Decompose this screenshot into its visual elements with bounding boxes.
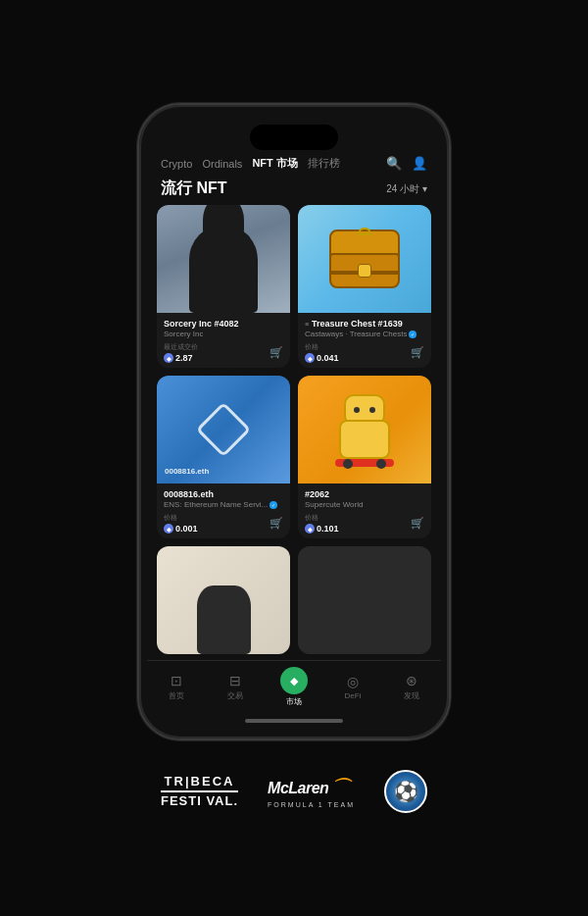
home-indicator <box>245 719 343 723</box>
cute-skateboard <box>335 459 394 467</box>
nft-row-1: Sorcery Inc #4082 Sorcery Inc 最近成交价 ◆ <box>157 205 431 368</box>
nft-card-6[interactable] <box>298 546 431 654</box>
top-nav: Crypto Ordinals NFT 市场 排行榜 🔍 👤 <box>147 154 441 175</box>
nft-info-4: #2062 Supercute World 价格 ◆ 0.1 <box>298 483 431 538</box>
nav-item-ordinals[interactable]: Ordinals <box>202 158 242 170</box>
cute-body <box>339 420 390 459</box>
nft-name-3: 0008816.eth <box>164 489 214 499</box>
time-filter[interactable]: 24 小时 ▾ <box>386 182 427 196</box>
nft-info-1: Sorcery Inc #4082 Sorcery Inc 最近成交价 ◆ <box>157 313 290 368</box>
price-info-4: 价格 ◆ 0.101 <box>305 513 339 534</box>
treasure-chest <box>329 229 400 288</box>
cart-icon-1[interactable]: 🛒 <box>270 346 283 359</box>
nft-name-row-2: ≡ Treasure Chest #1639 <box>305 319 424 329</box>
cart-icon-2[interactable]: 🛒 <box>411 346 424 359</box>
mclaren-text: McLaren <box>268 780 328 797</box>
nft-card-2[interactable]: ≡ Treasure Chest #1639 Castaways · Treas… <box>298 205 431 368</box>
nft-image-dark1 <box>157 546 290 654</box>
chest-body <box>329 253 400 288</box>
nft-image-supercute <box>298 376 431 483</box>
nft-card-1[interactable]: Sorcery Inc #4082 Sorcery Inc 最近成交价 ◆ <box>157 205 290 368</box>
home-icon: ⊡ <box>171 673 182 688</box>
nft-name-row-3: 0008816.eth <box>164 489 283 499</box>
trade-icon: ⊟ <box>229 673 241 688</box>
price-value-3: ◆ 0.001 <box>164 524 198 534</box>
price-value-1: ◆ 2.87 <box>164 353 198 363</box>
cute-wheel-left <box>343 459 353 469</box>
price-label-3: 价格 <box>164 513 198 523</box>
home-label: 首页 <box>169 690 184 701</box>
cart-icon-3[interactable]: 🛒 <box>270 517 283 530</box>
bottom-nav-item-home[interactable]: ⊡ 首页 <box>147 673 206 701</box>
nft-image-dark2 <box>298 546 431 654</box>
bottom-nav-item-defi[interactable]: ◎ DeFi <box>323 674 382 700</box>
sponsors-bar: TR|BECA FESTI VAL. McLaren ⌒ FORMULA 1 T… <box>161 770 427 813</box>
user-icon[interactable]: 👤 <box>412 156 427 171</box>
nft-card-5[interactable] <box>157 546 290 654</box>
nft-image-sorcery <box>157 205 290 313</box>
nft-name-2: Treasure Chest #1639 <box>312 319 403 329</box>
price-label-4: 价格 <box>305 513 339 523</box>
section-title: 流行 NFT <box>161 178 227 199</box>
discover-label: 发现 <box>404 690 419 701</box>
bottom-nav-item-market[interactable]: ◆ 市场 <box>265 667 323 707</box>
bottom-nav: ⊡ 首页 ⊟ 交易 ◆ 市场 ◎ DeFi ⊛ 发现 <box>147 660 441 715</box>
chest-latch <box>358 264 371 278</box>
ens-diamond <box>196 402 252 458</box>
nav-item-crypto[interactable]: Crypto <box>161 158 192 170</box>
nft-name-1: Sorcery Inc #4082 <box>164 319 239 329</box>
nft-info-3: 0008816.eth ENS: Ethereum Name Servi... … <box>157 483 290 538</box>
cute-character <box>330 390 399 469</box>
phone-shell: Crypto Ordinals NFT 市场 排行榜 🔍 👤 流行 NFT 24… <box>137 103 451 740</box>
silhouette-figure <box>189 225 258 313</box>
nft-collection-1: Sorcery Inc <box>164 330 203 338</box>
nft-price-row-2: 价格 ◆ 0.041 🛒 <box>305 342 424 363</box>
chest-hoop <box>359 228 370 235</box>
nft-price-row-3: 价格 ◆ 0.001 🛒 <box>164 513 283 534</box>
nft-name-row-4: #2062 <box>305 489 424 499</box>
eth-icon-1: ◆ <box>164 353 173 363</box>
mancity-logo: ⚽ <box>384 770 427 813</box>
search-icon[interactable]: 🔍 <box>386 156 402 171</box>
nft-card-4[interactable]: #2062 Supercute World 价格 ◆ 0.1 <box>298 376 431 538</box>
mclaren-swoosh-icon: ⌒ <box>330 775 350 801</box>
eth-icon-2: ◆ <box>305 353 315 363</box>
tribeca-logo: TR|BECA FESTI VAL. <box>161 774 238 808</box>
nft-card-3[interactable]: 0008816.eth 0008816.eth ENS: Ethereum Na… <box>157 376 290 538</box>
price-amount-4: 0.101 <box>317 524 339 534</box>
verified-badge-2: ✓ <box>409 331 416 338</box>
defi-label: DeFi <box>345 691 362 700</box>
tribeca-divider <box>161 790 238 792</box>
trade-label: 交易 <box>227 690 243 701</box>
price-label-1: 最近成交价 <box>164 342 198 352</box>
price-value-2: ◆ 0.041 <box>305 353 339 363</box>
price-amount-3: 0.001 <box>175 524 198 534</box>
nft-grid: Sorcery Inc #4082 Sorcery Inc 最近成交价 ◆ <box>147 205 441 660</box>
nft-collection-row-2: Castaways · Treasure Chests ✓ <box>305 330 424 338</box>
nft-collection-row-3: ENS: Ethereum Name Servi... ✓ <box>164 500 283 509</box>
nft-image-ens: 0008816.eth <box>157 376 290 483</box>
bottom-nav-item-trade[interactable]: ⊟ 交易 <box>206 673 265 701</box>
nft-collection-4: Supercute World <box>305 500 363 509</box>
bottom-nav-item-discover[interactable]: ⊛ 发现 <box>382 673 441 701</box>
nft-indicator-2: ≡ <box>305 321 309 328</box>
cart-icon-4[interactable]: 🛒 <box>411 517 424 530</box>
discover-icon: ⊛ <box>406 673 417 688</box>
eth-icon-4: ◆ <box>305 524 315 534</box>
mclaren-name: McLaren ⌒ <box>268 775 355 801</box>
price-info-1: 最近成交价 ◆ 2.87 <box>164 342 198 363</box>
nav-item-nft[interactable]: NFT 市场 <box>252 156 297 171</box>
nft-row-3 <box>157 546 431 654</box>
section-header: 流行 NFT 24 小时 ▾ <box>147 175 441 205</box>
nav-item-rank[interactable]: 排行榜 <box>308 156 340 171</box>
nft-price-row-1: 最近成交价 ◆ 2.87 🛒 <box>164 342 283 363</box>
tribeca-line2: FESTI VAL. <box>161 793 238 809</box>
market-icon: ◆ <box>280 667 308 694</box>
price-value-4: ◆ 0.101 <box>305 524 339 534</box>
nft-collection-row-1: Sorcery Inc <box>164 330 283 338</box>
mclaren-subtitle: FORMULA 1 TEAM <box>268 801 355 808</box>
cute-wheel-right <box>376 459 386 469</box>
verified-badge-3: ✓ <box>270 501 277 509</box>
price-amount-1: 2.87 <box>175 353 193 363</box>
nft-image-treasure <box>298 205 431 313</box>
